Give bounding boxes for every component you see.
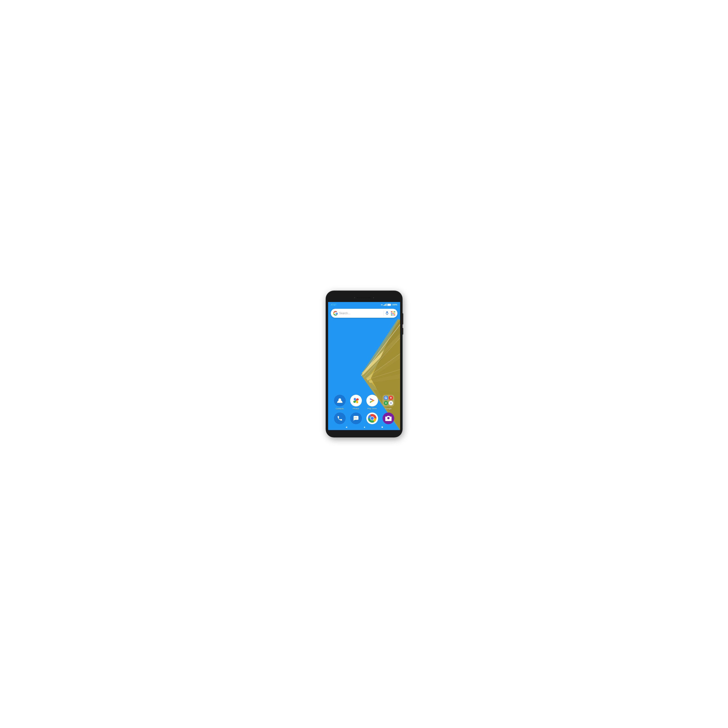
google-folder-icon: GO — [382, 395, 394, 407]
mic-icon[interactable] — [385, 311, 388, 315]
svg-point-30 — [371, 417, 374, 420]
photos-label: Photos — [353, 408, 359, 410]
status-icons: 4G 100% — [381, 304, 397, 306]
battery-icon — [387, 304, 392, 306]
google-g-icon — [333, 311, 338, 316]
top-bezel — [328, 294, 400, 302]
back-button[interactable]: ◄ — [345, 425, 348, 429]
search-bar[interactable]: Search... — [331, 309, 398, 318]
svg-rect-16 — [385, 304, 386, 306]
app-photos[interactable]: Photos — [350, 395, 362, 410]
recents-button[interactable]: ■ — [381, 425, 383, 429]
speaker — [357, 297, 371, 298]
bottom-bezel — [328, 430, 400, 434]
google-folder-label: Google — [385, 408, 392, 410]
playstore-icon — [366, 395, 378, 407]
dock-camera[interactable] — [382, 413, 394, 424]
dock-messages[interactable] — [350, 413, 362, 424]
messages-icon — [350, 413, 362, 424]
phone-device: AT&T 4G — [326, 291, 402, 437]
app-google[interactable]: GO Google — [382, 395, 394, 410]
svg-rect-19 — [391, 304, 392, 305]
contacts-icon — [334, 395, 346, 407]
chrome-icon — [366, 413, 378, 424]
search-placeholder: Search... — [340, 312, 382, 315]
contacts-label: Contacts — [336, 408, 344, 410]
carrier-text: AT&T — [331, 304, 336, 306]
nav-bar: ◄ ● ■ — [328, 424, 400, 430]
dock-phone[interactable] — [334, 413, 346, 424]
signal-icon — [384, 304, 387, 306]
svg-rect-20 — [387, 304, 390, 306]
camera-icon — [382, 413, 394, 424]
lte-icon: 4G — [381, 304, 383, 306]
dock-chrome[interactable] — [366, 413, 378, 424]
svg-rect-21 — [386, 311, 388, 313]
svg-rect-13 — [384, 305, 384, 306]
front-camera — [354, 297, 356, 299]
svg-rect-14 — [384, 305, 385, 306]
wallpaper — [328, 302, 400, 430]
dock — [328, 413, 400, 424]
photos-icon — [350, 395, 362, 407]
battery-text: 100% — [392, 304, 397, 306]
playstore-label: Play Store — [367, 408, 377, 410]
svg-text:GO: GO — [385, 402, 387, 404]
svg-point-27 — [390, 403, 391, 404]
front-camera-2 — [373, 297, 375, 299]
app-row: Contacts Photos — [328, 395, 400, 410]
app-contacts[interactable]: Contacts — [334, 395, 346, 410]
svg-rect-17 — [386, 304, 387, 306]
app-playstore[interactable]: Play Store — [366, 395, 378, 410]
phone-icon — [334, 413, 346, 424]
svg-rect-15 — [385, 304, 385, 306]
screen: AT&T 4G — [328, 302, 400, 430]
apps-grid-icon[interactable] — [391, 311, 395, 315]
status-bar: AT&T 4G — [328, 302, 400, 307]
home-button[interactable]: ● — [364, 425, 365, 429]
